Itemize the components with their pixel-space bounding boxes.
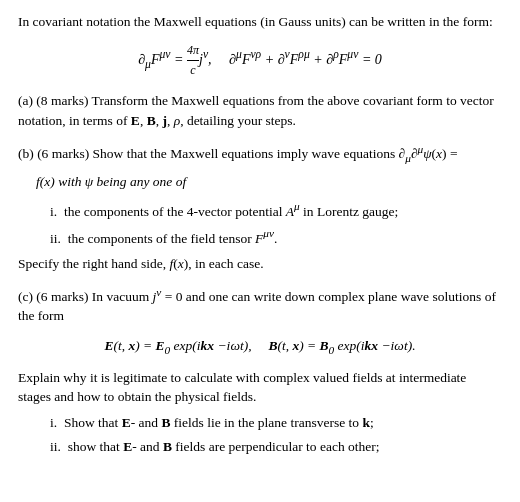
part-b-specify: Specify the right hand side, f(x), in ea… (18, 254, 502, 274)
part-b-sub-ii: ii. the components of the field tensor F… (50, 225, 502, 248)
roman-ii: ii. (50, 230, 61, 245)
part-a: (a) (8 marks) Transform the Maxwell equa… (18, 91, 502, 130)
part-c-explain: Explain why it is legitimate to calculat… (18, 368, 502, 407)
part-a-marks: (8 marks) (36, 93, 91, 108)
part-c: (c) (6 marks) In vacuum jν = 0 and one c… (18, 283, 502, 456)
part-c-sub-i: i. Show that E- and B fields lie in the … (50, 413, 502, 433)
part-c-label: (c) (18, 289, 36, 304)
part-b-label: (b) (18, 146, 37, 161)
part-b-text: Show that the Maxwell equations imply wa… (93, 146, 458, 161)
part-c-sub-ii: ii. show that E- and B fields are perpen… (50, 437, 502, 457)
plane-wave-equations: E(t, x) = E0 exp(ikx −iωt), B(t, x) = B0… (18, 336, 502, 358)
part-b-sub-i: i. the components of the 4-vector potent… (50, 198, 502, 221)
part-b: (b) (6 marks) Show that the Maxwell equa… (18, 140, 502, 273)
part-a-label: (a) (18, 93, 36, 108)
intro-text: In covariant notation the Maxwell equati… (18, 12, 502, 32)
part-c-marks: (6 marks) (36, 289, 91, 304)
roman-i: i. (50, 203, 57, 218)
roman-ii-c: ii. (50, 439, 61, 454)
roman-i-c: i. (50, 415, 57, 430)
part-b-marks: (6 marks) (37, 146, 92, 161)
main-equation: ∂μFμν = 4πcjν, ∂μFνρ + ∂νFρμ + ∂ρFμν = 0 (18, 42, 502, 80)
wave-equation: f(x) with ψ being any one of (36, 172, 502, 192)
